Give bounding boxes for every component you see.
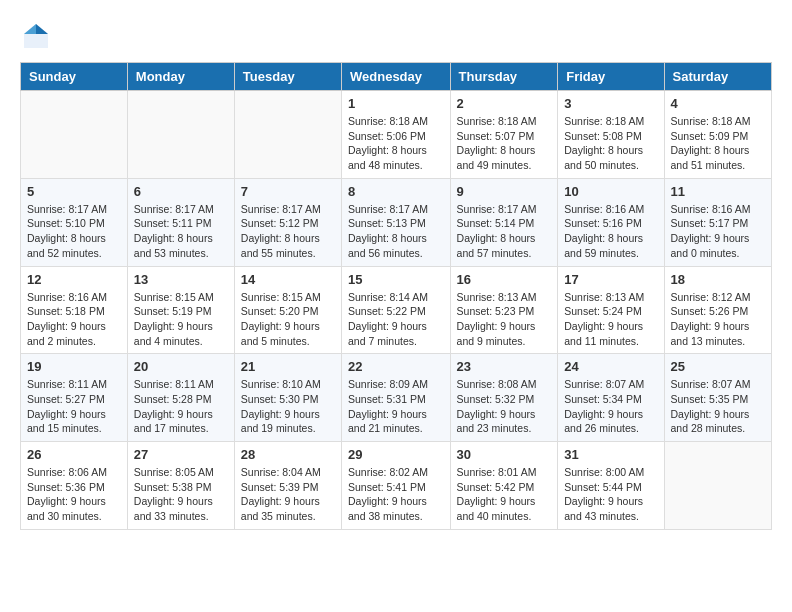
calendar-cell: 30Sunrise: 8:01 AM Sunset: 5:42 PM Dayli… — [450, 442, 558, 530]
calendar-cell: 17Sunrise: 8:13 AM Sunset: 5:24 PM Dayli… — [558, 266, 664, 354]
day-number: 2 — [457, 96, 552, 111]
day-number: 1 — [348, 96, 444, 111]
calendar-cell: 31Sunrise: 8:00 AM Sunset: 5:44 PM Dayli… — [558, 442, 664, 530]
calendar-cell: 12Sunrise: 8:16 AM Sunset: 5:18 PM Dayli… — [21, 266, 128, 354]
day-number: 17 — [564, 272, 657, 287]
day-info: Sunrise: 8:16 AM Sunset: 5:18 PM Dayligh… — [27, 290, 121, 349]
calendar-cell: 3Sunrise: 8:18 AM Sunset: 5:08 PM Daylig… — [558, 91, 664, 179]
day-number: 5 — [27, 184, 121, 199]
day-header-monday: Monday — [127, 63, 234, 91]
week-row-4: 19Sunrise: 8:11 AM Sunset: 5:27 PM Dayli… — [21, 354, 772, 442]
day-number: 3 — [564, 96, 657, 111]
day-number: 31 — [564, 447, 657, 462]
calendar-cell: 7Sunrise: 8:17 AM Sunset: 5:12 PM Daylig… — [234, 178, 341, 266]
day-number: 6 — [134, 184, 228, 199]
calendar-cell: 27Sunrise: 8:05 AM Sunset: 5:38 PM Dayli… — [127, 442, 234, 530]
calendar-cell: 22Sunrise: 8:09 AM Sunset: 5:31 PM Dayli… — [342, 354, 451, 442]
day-info: Sunrise: 8:15 AM Sunset: 5:19 PM Dayligh… — [134, 290, 228, 349]
calendar-cell: 4Sunrise: 8:18 AM Sunset: 5:09 PM Daylig… — [664, 91, 771, 179]
day-info: Sunrise: 8:10 AM Sunset: 5:30 PM Dayligh… — [241, 377, 335, 436]
day-info: Sunrise: 8:08 AM Sunset: 5:32 PM Dayligh… — [457, 377, 552, 436]
day-number: 4 — [671, 96, 765, 111]
day-header-wednesday: Wednesday — [342, 63, 451, 91]
day-header-tuesday: Tuesday — [234, 63, 341, 91]
calendar-cell: 1Sunrise: 8:18 AM Sunset: 5:06 PM Daylig… — [342, 91, 451, 179]
svg-marker-2 — [36, 24, 48, 34]
svg-marker-3 — [24, 24, 36, 34]
calendar-cell: 20Sunrise: 8:11 AM Sunset: 5:28 PM Dayli… — [127, 354, 234, 442]
day-number: 26 — [27, 447, 121, 462]
calendar-cell: 16Sunrise: 8:13 AM Sunset: 5:23 PM Dayli… — [450, 266, 558, 354]
day-number: 12 — [27, 272, 121, 287]
day-info: Sunrise: 8:05 AM Sunset: 5:38 PM Dayligh… — [134, 465, 228, 524]
day-info: Sunrise: 8:16 AM Sunset: 5:16 PM Dayligh… — [564, 202, 657, 261]
day-number: 19 — [27, 359, 121, 374]
calendar-cell: 25Sunrise: 8:07 AM Sunset: 5:35 PM Dayli… — [664, 354, 771, 442]
week-row-5: 26Sunrise: 8:06 AM Sunset: 5:36 PM Dayli… — [21, 442, 772, 530]
day-number: 11 — [671, 184, 765, 199]
calendar-cell: 26Sunrise: 8:06 AM Sunset: 5:36 PM Dayli… — [21, 442, 128, 530]
day-number: 29 — [348, 447, 444, 462]
day-number: 24 — [564, 359, 657, 374]
week-row-2: 5Sunrise: 8:17 AM Sunset: 5:10 PM Daylig… — [21, 178, 772, 266]
calendar-cell: 21Sunrise: 8:10 AM Sunset: 5:30 PM Dayli… — [234, 354, 341, 442]
day-info: Sunrise: 8:12 AM Sunset: 5:26 PM Dayligh… — [671, 290, 765, 349]
day-info: Sunrise: 8:17 AM Sunset: 5:12 PM Dayligh… — [241, 202, 335, 261]
day-info: Sunrise: 8:18 AM Sunset: 5:09 PM Dayligh… — [671, 114, 765, 173]
calendar-cell: 28Sunrise: 8:04 AM Sunset: 5:39 PM Dayli… — [234, 442, 341, 530]
day-info: Sunrise: 8:06 AM Sunset: 5:36 PM Dayligh… — [27, 465, 121, 524]
day-number: 8 — [348, 184, 444, 199]
calendar-cell: 9Sunrise: 8:17 AM Sunset: 5:14 PM Daylig… — [450, 178, 558, 266]
calendar-cell: 2Sunrise: 8:18 AM Sunset: 5:07 PM Daylig… — [450, 91, 558, 179]
logo-icon — [20, 20, 52, 52]
day-info: Sunrise: 8:17 AM Sunset: 5:14 PM Dayligh… — [457, 202, 552, 261]
page-header — [20, 20, 772, 52]
day-info: Sunrise: 8:15 AM Sunset: 5:20 PM Dayligh… — [241, 290, 335, 349]
calendar-cell: 10Sunrise: 8:16 AM Sunset: 5:16 PM Dayli… — [558, 178, 664, 266]
day-number: 13 — [134, 272, 228, 287]
day-info: Sunrise: 8:14 AM Sunset: 5:22 PM Dayligh… — [348, 290, 444, 349]
calendar-cell — [21, 91, 128, 179]
day-info: Sunrise: 8:04 AM Sunset: 5:39 PM Dayligh… — [241, 465, 335, 524]
day-info: Sunrise: 8:09 AM Sunset: 5:31 PM Dayligh… — [348, 377, 444, 436]
day-info: Sunrise: 8:16 AM Sunset: 5:17 PM Dayligh… — [671, 202, 765, 261]
day-number: 10 — [564, 184, 657, 199]
day-info: Sunrise: 8:18 AM Sunset: 5:08 PM Dayligh… — [564, 114, 657, 173]
calendar-cell — [127, 91, 234, 179]
calendar-cell — [234, 91, 341, 179]
calendar-cell: 15Sunrise: 8:14 AM Sunset: 5:22 PM Dayli… — [342, 266, 451, 354]
week-row-1: 1Sunrise: 8:18 AM Sunset: 5:06 PM Daylig… — [21, 91, 772, 179]
day-number: 22 — [348, 359, 444, 374]
calendar-cell: 18Sunrise: 8:12 AM Sunset: 5:26 PM Dayli… — [664, 266, 771, 354]
day-number: 9 — [457, 184, 552, 199]
day-info: Sunrise: 8:11 AM Sunset: 5:27 PM Dayligh… — [27, 377, 121, 436]
day-number: 23 — [457, 359, 552, 374]
day-number: 15 — [348, 272, 444, 287]
calendar-cell: 5Sunrise: 8:17 AM Sunset: 5:10 PM Daylig… — [21, 178, 128, 266]
day-info: Sunrise: 8:18 AM Sunset: 5:06 PM Dayligh… — [348, 114, 444, 173]
day-number: 27 — [134, 447, 228, 462]
day-info: Sunrise: 8:17 AM Sunset: 5:11 PM Dayligh… — [134, 202, 228, 261]
calendar-cell: 11Sunrise: 8:16 AM Sunset: 5:17 PM Dayli… — [664, 178, 771, 266]
day-info: Sunrise: 8:00 AM Sunset: 5:44 PM Dayligh… — [564, 465, 657, 524]
calendar-table: SundayMondayTuesdayWednesdayThursdayFrid… — [20, 62, 772, 530]
day-info: Sunrise: 8:01 AM Sunset: 5:42 PM Dayligh… — [457, 465, 552, 524]
calendar-cell: 14Sunrise: 8:15 AM Sunset: 5:20 PM Dayli… — [234, 266, 341, 354]
day-header-friday: Friday — [558, 63, 664, 91]
day-number: 25 — [671, 359, 765, 374]
calendar-cell: 8Sunrise: 8:17 AM Sunset: 5:13 PM Daylig… — [342, 178, 451, 266]
day-info: Sunrise: 8:11 AM Sunset: 5:28 PM Dayligh… — [134, 377, 228, 436]
day-info: Sunrise: 8:13 AM Sunset: 5:24 PM Dayligh… — [564, 290, 657, 349]
calendar-cell: 24Sunrise: 8:07 AM Sunset: 5:34 PM Dayli… — [558, 354, 664, 442]
day-header-thursday: Thursday — [450, 63, 558, 91]
logo — [20, 20, 56, 52]
day-info: Sunrise: 8:17 AM Sunset: 5:10 PM Dayligh… — [27, 202, 121, 261]
header-row: SundayMondayTuesdayWednesdayThursdayFrid… — [21, 63, 772, 91]
calendar-cell: 13Sunrise: 8:15 AM Sunset: 5:19 PM Dayli… — [127, 266, 234, 354]
day-number: 18 — [671, 272, 765, 287]
day-number: 16 — [457, 272, 552, 287]
day-header-sunday: Sunday — [21, 63, 128, 91]
calendar-cell: 29Sunrise: 8:02 AM Sunset: 5:41 PM Dayli… — [342, 442, 451, 530]
day-info: Sunrise: 8:13 AM Sunset: 5:23 PM Dayligh… — [457, 290, 552, 349]
calendar-cell: 6Sunrise: 8:17 AM Sunset: 5:11 PM Daylig… — [127, 178, 234, 266]
